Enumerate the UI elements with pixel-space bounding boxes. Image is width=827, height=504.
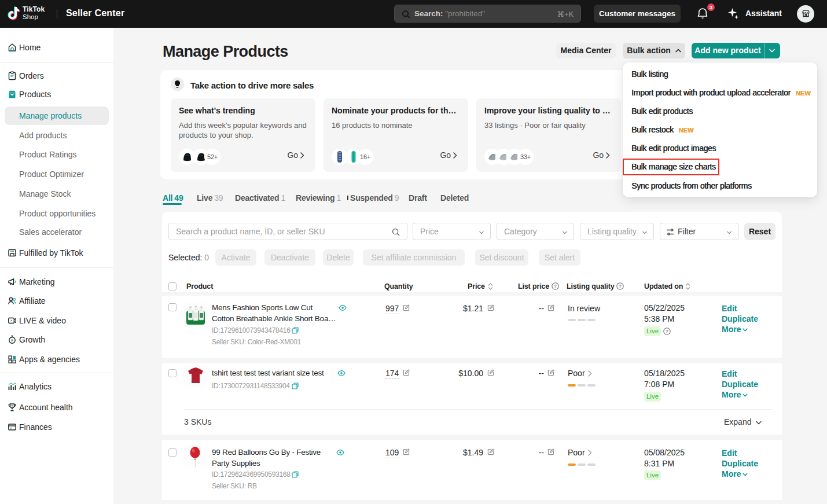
- svg-text:?: ?: [554, 284, 557, 289]
- svg-text:?: ?: [619, 284, 622, 289]
- svg-text:?: ?: [666, 329, 668, 334]
